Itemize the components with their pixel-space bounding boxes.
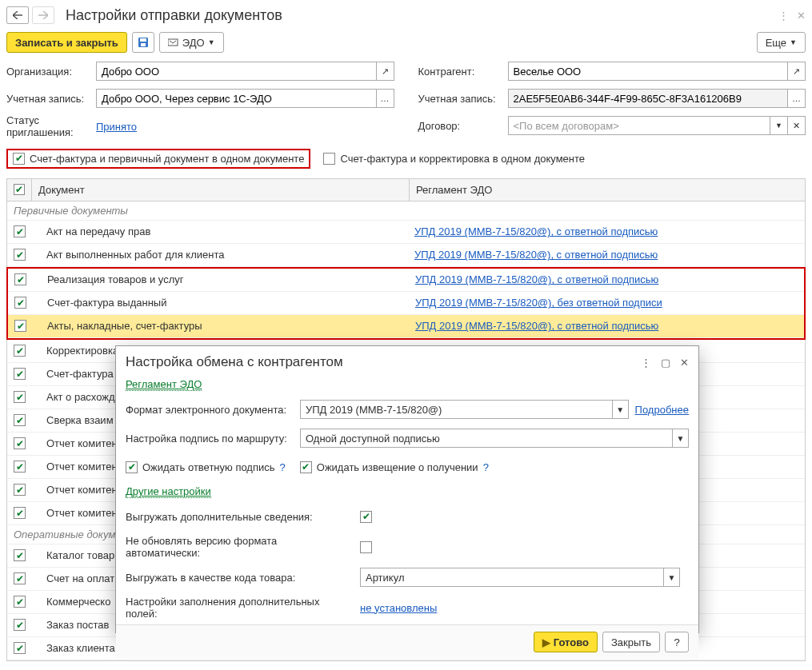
table-row[interactable]: ✔Акт на передачу правУПД 2019 (ММВ-7-15/… [7, 221, 805, 244]
reg-link[interactable]: УПД 2019 (ММВ-7-15/820@), с ответной под… [414, 249, 658, 261]
table-group-row: Первичные документы [7, 201, 805, 221]
invite-status-link[interactable]: Принято [96, 121, 137, 133]
reg-link[interactable]: УПД 2019 (ММВ-7-15/820@), с ответной под… [415, 320, 658, 332]
contractor-open-button[interactable]: ↗ [788, 62, 806, 81]
modal-close-icon[interactable]: ✕ [680, 357, 689, 369]
row-checkbox[interactable]: ✔ [14, 507, 26, 519]
titlebar: Настройки отправки документов ⋮ ✕ [6, 6, 806, 24]
row-checkbox[interactable]: ✔ [14, 225, 26, 237]
wait-receipt-label: Ожидать извещение о получении [317, 461, 478, 473]
svg-rect-3 [168, 39, 178, 46]
no-update-label: Не обновлять версию формата автоматическ… [126, 535, 354, 559]
account-label: Учетная запись: [6, 93, 96, 105]
highlight-box: ✔Реализация товаров и услугУПД 2019 (ММВ… [6, 267, 806, 340]
form-grid: Организация: ↗ Учетная запись: … Статус … [6, 61, 806, 139]
invite-status-label: Статус приглашения: [6, 115, 96, 139]
primary-in-one-checkbox[interactable]: ✔ [13, 153, 25, 165]
format-select[interactable]: УПД 2019 (ММВ-7-15/820@) [300, 400, 613, 419]
organization-open-button[interactable]: ↗ [377, 62, 394, 81]
more-button[interactable]: Еще ▼ [757, 32, 806, 53]
row-checkbox[interactable]: ✔ [14, 320, 26, 332]
export-code-label: Выгружать в качестве кода товара: [126, 572, 354, 584]
wait-receipt-help-icon[interactable]: ? [483, 461, 489, 473]
back-button[interactable] [6, 6, 29, 24]
route-dropdown-icon[interactable]: ▼ [673, 429, 689, 448]
save-close-button[interactable]: Записать и закрыть [6, 32, 127, 53]
row-doc: Счет-фактура выданный [33, 297, 410, 309]
page-title: Настройки отправки документов [66, 7, 778, 24]
no-update-checkbox[interactable] [360, 541, 372, 553]
row-doc: Реализация товаров и услуг [33, 273, 410, 285]
row-reg: УПД 2019 (ММВ-7-15/820@), с ответной под… [410, 225, 805, 237]
contractor-account-more-button[interactable]: … [788, 89, 806, 108]
organization-input[interactable] [96, 62, 377, 81]
row-checkbox[interactable]: ✔ [14, 437, 26, 449]
col-reg[interactable]: Регламент ЭДО [410, 179, 805, 201]
correction-in-one-label: Счет-фактура и корректировка в одном док… [340, 153, 585, 165]
toolbar: Записать и закрыть ЭДО ▼ Еще ▼ [6, 32, 806, 53]
other-settings-link[interactable]: Другие настройки [126, 485, 211, 498]
row-checkbox[interactable]: ✔ [14, 461, 26, 473]
contract-clear-button[interactable]: ✕ [788, 116, 806, 135]
reg-link[interactable]: УПД 2019 (ММВ-7-15/820@), с ответной под… [414, 225, 658, 237]
row-checkbox[interactable]: ✔ [14, 345, 26, 357]
row-checkbox[interactable]: ✔ [14, 368, 26, 380]
row-checkbox[interactable]: ✔ [14, 572, 26, 584]
save-button[interactable] [132, 32, 154, 53]
row-checkbox[interactable]: ✔ [14, 249, 26, 261]
route-select[interactable]: Одной доступной подписью [300, 429, 673, 448]
header-checkbox[interactable]: ✔ [14, 184, 25, 195]
reg-link[interactable]: УПД 2019 (ММВ-7-15/820@), без ответной п… [415, 297, 662, 309]
contract-input[interactable]: <По всем договорам> [508, 116, 771, 135]
table-row[interactable]: ✔Реализация товаров и услугУПД 2019 (ММВ… [8, 269, 804, 292]
export-extra-label: Выгружать дополнительные сведения: [126, 511, 354, 523]
row-checkbox[interactable]: ✔ [14, 596, 26, 608]
export-code-select[interactable]: Артикул [360, 568, 664, 587]
col-doc[interactable]: Документ [32, 179, 410, 201]
table-row[interactable]: ✔Акты, накладные, счет-фактурыУПД 2019 (… [8, 315, 804, 338]
help-button[interactable]: ? [665, 632, 689, 652]
contract-dropdown-button[interactable]: ▼ [770, 116, 788, 135]
modal-header: Настройка обмена с контрагентом ⋮ ▢ ✕ [116, 346, 698, 373]
export-extra-checkbox[interactable]: ✔ [360, 511, 372, 523]
row-checkbox[interactable]: ✔ [14, 414, 26, 426]
account-input[interactable] [96, 89, 377, 108]
edo-button[interactable]: ЭДО ▼ [159, 32, 224, 53]
wait-sign-help-icon[interactable]: ? [280, 461, 286, 473]
table-row[interactable]: ✔Счет-фактура выданныйУПД 2019 (ММВ-7-15… [8, 292, 804, 315]
ready-button[interactable]: ▶Готово [534, 632, 598, 652]
modal-maximize-icon[interactable]: ▢ [661, 357, 670, 369]
row-checkbox[interactable]: ✔ [14, 619, 26, 631]
account-more-button[interactable]: … [377, 89, 394, 108]
table-row[interactable]: ✔Акт выполненных работ для клиентаУПД 20… [7, 244, 805, 267]
table-header: ✔ Документ Регламент ЭДО [7, 179, 805, 201]
contractor-input[interactable] [508, 62, 789, 81]
correction-in-one-checkbox[interactable] [323, 153, 335, 165]
export-code-dropdown-icon[interactable]: ▼ [664, 568, 680, 587]
menu-dots-icon[interactable]: ⋮ [778, 10, 789, 22]
reg-link[interactable]: УПД 2019 (ММВ-7-15/820@), с ответной под… [415, 273, 658, 285]
row-checkbox[interactable]: ✔ [14, 391, 26, 403]
correction-in-one-checkbox-wrap: Счет-фактура и корректировка в одном док… [323, 153, 585, 165]
row-checkbox[interactable]: ✔ [14, 273, 26, 285]
fill-settings-link[interactable]: не установлены [360, 602, 437, 614]
row-checkbox[interactable]: ✔ [14, 484, 26, 496]
row-reg: УПД 2019 (ММВ-7-15/820@), без ответной п… [410, 297, 804, 309]
contractor-account-label: Учетная запись: [418, 93, 508, 105]
regulation-section-link[interactable]: Регламент ЭДО [126, 378, 202, 391]
row-reg: УПД 2019 (ММВ-7-15/820@), с ответной под… [410, 273, 804, 285]
modal-menu-icon[interactable]: ⋮ [641, 357, 651, 369]
checkbox-row: ✔ Счет-фактура и первичный документ в од… [6, 149, 806, 169]
row-checkbox[interactable]: ✔ [14, 549, 26, 561]
row-checkbox[interactable]: ✔ [14, 297, 26, 309]
row-checkbox[interactable]: ✔ [14, 642, 26, 654]
wait-sign-label: Ожидать ответную подпись [142, 461, 275, 473]
primary-in-one-label: Счет-фактура и первичный документ в одно… [30, 153, 304, 165]
wait-sign-checkbox[interactable]: ✔ [126, 461, 138, 473]
format-more-link[interactable]: Подробнее [635, 404, 689, 416]
close-icon[interactable]: ✕ [797, 10, 806, 22]
format-dropdown-icon[interactable]: ▼ [613, 400, 629, 419]
wait-receipt-checkbox[interactable]: ✔ [300, 461, 312, 473]
close-button[interactable]: Закрыть [602, 632, 660, 652]
forward-button[interactable] [32, 6, 54, 24]
